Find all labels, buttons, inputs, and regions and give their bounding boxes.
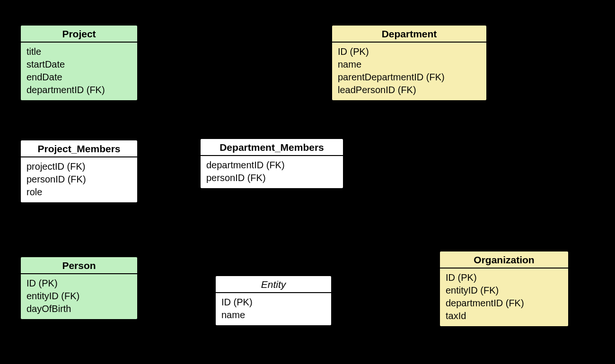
entity-department-members-title: Department_Members: [201, 139, 343, 156]
entity-organization-body: ID (PK) entityID (FK) departmentID (FK) …: [440, 269, 568, 326]
entity-department-title: Department: [332, 26, 486, 43]
attr: name: [338, 58, 481, 71]
attr: departmentID (FK): [206, 159, 337, 172]
entity-person: Person ID (PK) entityID (FK) dayOfBirth: [20, 256, 138, 320]
attr: personID (FK): [26, 173, 132, 186]
attr: title: [26, 45, 132, 58]
attr: personID (FK): [206, 172, 337, 184]
entity-project-title: Project: [21, 26, 137, 43]
entity-project: Project title startDate endDate departme…: [20, 25, 138, 101]
attr: endDate: [26, 71, 132, 84]
entity-organization-title: Organization: [440, 251, 568, 269]
attr: ID (PK): [26, 277, 132, 290]
entity-entity-body: ID (PK) name: [216, 293, 331, 325]
attr: ID (PK): [338, 45, 481, 58]
attr: departmentID (FK): [26, 84, 132, 96]
attr: parentDepartmentID (FK): [338, 71, 481, 84]
attr: role: [26, 186, 132, 199]
entity-project-members: Project_Members projectID (FK) personID …: [20, 139, 138, 203]
attr: entityID (FK): [26, 290, 132, 303]
entity-entity-title: Entity: [216, 276, 331, 293]
attr: ID (PK): [221, 296, 325, 309]
attr: taxId: [446, 310, 562, 322]
entity-project-members-body: projectID (FK) personID (FK) role: [21, 157, 137, 202]
attr: dayOfBirth: [26, 303, 132, 315]
entity-person-body: ID (PK) entityID (FK) dayOfBirth: [21, 274, 137, 319]
entity-department-members-body: departmentID (FK) personID (FK): [201, 156, 343, 188]
attr: name: [221, 309, 325, 321]
attr: projectID (FK): [26, 160, 132, 173]
attr: startDate: [26, 58, 132, 71]
entity-department-members: Department_Members departmentID (FK) per…: [200, 138, 344, 189]
entity-department-body: ID (PK) name parentDepartmentID (FK) lea…: [332, 43, 486, 100]
entity-organization: Organization ID (PK) entityID (FK) depar…: [439, 251, 569, 327]
entity-entity: Entity ID (PK) name: [215, 275, 332, 326]
entity-person-title: Person: [21, 257, 137, 274]
entity-department: Department ID (PK) name parentDepartment…: [331, 25, 487, 101]
entity-project-members-title: Project_Members: [21, 140, 137, 157]
entity-project-body: title startDate endDate departmentID (FK…: [21, 43, 137, 100]
attr: ID (PK): [446, 271, 562, 284]
attr: departmentID (FK): [446, 297, 562, 310]
er-diagram-canvas: Project title startDate endDate departme…: [0, 0, 615, 364]
attr: entityID (FK): [446, 284, 562, 297]
attr: leadPersonID (FK): [338, 84, 481, 96]
